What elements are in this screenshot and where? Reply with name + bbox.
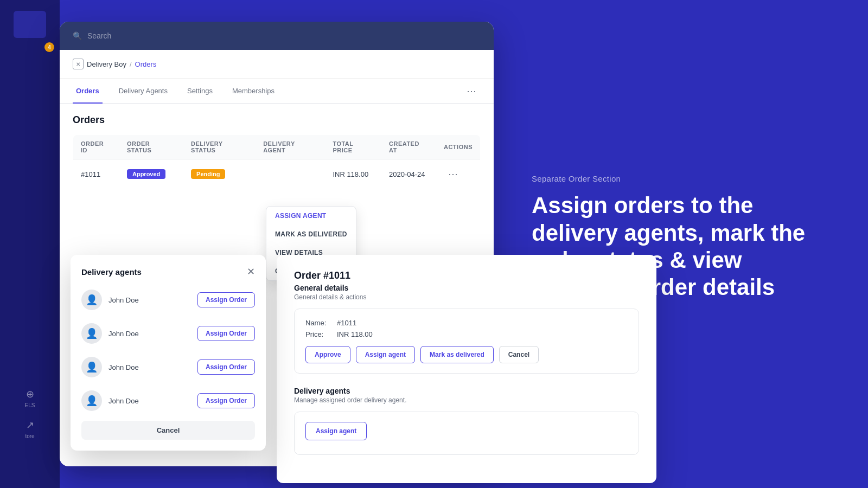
tab-orders[interactable]: Orders [73, 79, 103, 104]
external-link-icon: ↗ [26, 419, 34, 431]
search-icon: 🔍 [73, 31, 82, 40]
notification-badge: 4 [44, 42, 54, 52]
approve-button[interactable]: Approve [305, 346, 350, 363]
delivery-agents-section: Delivery agents Manage assigned order de… [294, 387, 639, 455]
col-created-at: CREATED AT [381, 135, 436, 159]
delivery-agents-card: Assign agent [294, 412, 639, 455]
order-details-panel: Order #1011 General details General deta… [277, 255, 656, 483]
order-status-badge: Approved [127, 169, 165, 179]
sidebar-label-els: ELS [25, 402, 35, 408]
sidebar-label-store: tore [25, 433, 34, 439]
cell-total-price: INR 118.00 [325, 159, 381, 189]
modal-close-button[interactable]: ✕ [247, 266, 255, 278]
col-actions: ACTIONS [436, 135, 481, 159]
delivery-agents-section-title: Delivery agents [294, 387, 639, 395]
sidebar-item-store[interactable]: ↗ tore [0, 414, 60, 445]
tab-memberships[interactable]: Memberships [229, 79, 278, 104]
agent-avatar-4: 👤 [81, 390, 102, 411]
assign-agent-button-general[interactable]: Assign agent [356, 346, 415, 363]
modal-header: Delivery agents ✕ [81, 266, 255, 278]
breadcrumb-current: Orders [135, 60, 157, 68]
context-menu-assign-agent[interactable]: ASSIGN AGENT [266, 207, 356, 225]
agent-info-3: 👤 John Doe [81, 357, 139, 377]
tab-delivery-agents[interactable]: Delivery Agents [116, 79, 171, 104]
delivery-agents-modal: Delivery agents ✕ 👤 John Doe Assign Orde… [71, 255, 266, 451]
col-delivery-status: DELIVERY STATUS [183, 135, 256, 159]
details-name-row: Name: #1011 [305, 319, 628, 327]
details-price-label: Price: [305, 330, 333, 338]
assign-order-btn-2[interactable]: Assign Order [197, 326, 255, 341]
agent-name-3: John Doe [108, 363, 139, 371]
assign-order-btn-4[interactable]: Assign Order [197, 393, 255, 408]
col-delivery-agent: DELIVERY AGENT [256, 135, 325, 159]
col-total-price: TOTAL PRICE [325, 135, 381, 159]
details-name-label: Name: [305, 319, 333, 327]
modal-title: Delivery agents [81, 267, 142, 277]
row-actions-button[interactable]: ⋯ [444, 167, 462, 181]
details-price-row: Price: INR 118.00 [305, 330, 628, 338]
delivery-status-badge: Pending [191, 169, 225, 179]
tabs-more-button[interactable]: ⋯ [462, 81, 481, 101]
agent-info-2: 👤 John Doe [81, 323, 139, 344]
cell-order-status: Approved [119, 159, 183, 189]
table-row: #1011 Approved Pending INR 118.00 2020-0… [73, 159, 481, 189]
agent-info-1: 👤 John Doe [81, 290, 139, 310]
details-name-value: #1011 [337, 319, 356, 327]
delivery-agents-section-sub: Manage assigned order delivery agent. [294, 396, 639, 404]
breadcrumb-icon: ✕ [73, 59, 84, 69]
sidebar-item-els[interactable]: ⊕ ELS [0, 383, 60, 414]
cell-delivery-agent [256, 159, 325, 189]
agent-name-4: John Doe [108, 397, 139, 405]
agent-name-2: John Doe [108, 330, 139, 338]
cell-actions: ⋯ [436, 159, 481, 189]
breadcrumb-parent[interactable]: Delivery Boy [87, 60, 126, 68]
orders-table: ORDER ID ORDER STATUS DELIVERY STATUS DE… [73, 134, 481, 189]
sidebar-logo [14, 11, 46, 38]
general-details-card: Name: #1011 Price: INR 118.00 Approve As… [294, 309, 639, 374]
orders-section: Orders ORDER ID ORDER STATUS DELIVERY ST… [60, 104, 494, 200]
cell-delivery-status: Pending [183, 159, 256, 189]
action-buttons: Approve Assign agent Mark as delivered C… [305, 346, 628, 363]
plus-icon: ⊕ [26, 388, 34, 400]
agent-name-1: John Doe [108, 296, 139, 304]
modal-cancel-button[interactable]: Cancel [81, 421, 255, 440]
agent-row-4: 👤 John Doe Assign Order [81, 387, 255, 414]
search-bar: 🔍 [60, 22, 494, 50]
col-order-id: ORDER ID [73, 135, 119, 159]
agent-avatar-1: 👤 [81, 290, 102, 310]
mark-delivered-button[interactable]: Mark as delivered [420, 346, 494, 363]
tab-settings[interactable]: Settings [184, 79, 216, 104]
agent-row-1: 👤 John Doe Assign Order [81, 286, 255, 313]
cancel-button[interactable]: Cancel [499, 346, 539, 363]
general-details-section: General details General details & action… [294, 284, 639, 374]
context-menu-mark-delivered[interactable]: MARK AS DELIVERED [266, 225, 356, 243]
agent-avatar-3: 👤 [81, 357, 102, 377]
right-panel-subtitle: Separate Order Section [532, 174, 835, 183]
search-input[interactable] [87, 31, 481, 40]
assign-order-btn-3[interactable]: Assign Order [197, 359, 255, 375]
breadcrumb-separator: / [130, 60, 132, 68]
general-details-title: General details [294, 284, 639, 292]
col-order-status: ORDER STATUS [119, 135, 183, 159]
agent-avatar-2: 👤 [81, 323, 102, 344]
cell-created-at: 2020-04-24 [381, 159, 436, 189]
general-details-sub: General details & actions [294, 293, 639, 301]
sidebar-bottom-section: ⊕ ELS ↗ tore [0, 383, 60, 445]
agent-row-2: 👤 John Doe Assign Order [81, 320, 255, 347]
left-sidebar: 4 ⊕ ELS ↗ tore [0, 0, 60, 488]
orders-title: Orders [73, 114, 481, 126]
order-details-title: Order #1011 [294, 270, 639, 281]
tabs-container: Orders Delivery Agents Settings Membersh… [60, 79, 494, 104]
details-price-value: INR 118.00 [337, 330, 373, 338]
breadcrumb: ✕ Delivery Boy / Orders [60, 50, 494, 79]
cell-order-id: #1011 [73, 159, 119, 189]
agent-row-3: 👤 John Doe Assign Order [81, 354, 255, 381]
assign-order-btn-1[interactable]: Assign Order [197, 292, 255, 307]
agent-info-4: 👤 John Doe [81, 390, 139, 411]
assign-agent-button-delivery[interactable]: Assign agent [305, 422, 367, 440]
